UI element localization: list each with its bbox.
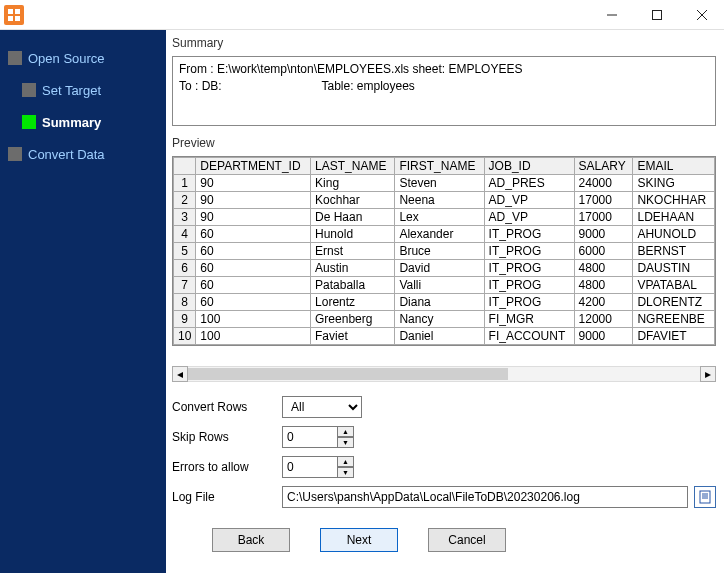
table-cell: IT_PROG	[484, 277, 574, 294]
svg-rect-1	[15, 9, 20, 14]
browse-log-button[interactable]	[694, 486, 716, 508]
spin-down-icon[interactable]: ▼	[338, 467, 354, 478]
skip-rows-label: Skip Rows	[172, 430, 282, 444]
convert-rows-select[interactable]: All	[282, 396, 362, 418]
table-cell: AD_VP	[484, 209, 574, 226]
row-number: 3	[174, 209, 196, 226]
step-bullet-icon	[22, 115, 36, 129]
table-cell: Bruce	[395, 243, 484, 260]
summary-heading: Summary	[172, 36, 716, 50]
sidebar: Open Source Set Target Summary Convert D…	[0, 30, 166, 573]
svg-rect-5	[652, 10, 661, 19]
table-cell: NKOCHHAR	[633, 192, 715, 209]
preview-heading: Preview	[172, 136, 716, 150]
table-cell: Austin	[311, 260, 395, 277]
sidebar-item-set-target[interactable]: Set Target	[22, 76, 166, 104]
table-cell: Nancy	[395, 311, 484, 328]
summary-to: To : DB: Table: employees	[179, 78, 709, 95]
table-cell: AD_PRES	[484, 175, 574, 192]
spin-up-icon[interactable]: ▲	[338, 426, 354, 437]
column-header: EMAIL	[633, 158, 715, 175]
sidebar-item-summary[interactable]: Summary	[22, 108, 166, 136]
table-cell: Kochhar	[311, 192, 395, 209]
row-number: 7	[174, 277, 196, 294]
table-cell: David	[395, 260, 484, 277]
row-number: 2	[174, 192, 196, 209]
row-number: 4	[174, 226, 196, 243]
table-row[interactable]: 660AustinDavidIT_PROG4800DAUSTIN	[174, 260, 715, 277]
table-cell: IT_PROG	[484, 294, 574, 311]
table-row[interactable]: 460HunoldAlexanderIT_PROG9000AHUNOLD	[174, 226, 715, 243]
cancel-button[interactable]: Cancel	[428, 528, 506, 552]
table-cell: SKING	[633, 175, 715, 192]
table-cell: FI_MGR	[484, 311, 574, 328]
table-cell: 100	[196, 328, 311, 345]
table-cell: 24000	[574, 175, 633, 192]
table-cell: Daniel	[395, 328, 484, 345]
table-cell: 6000	[574, 243, 633, 260]
maximize-button[interactable]	[634, 0, 679, 30]
table-cell: 60	[196, 277, 311, 294]
sidebar-item-open-source[interactable]: Open Source	[8, 44, 166, 72]
table-cell: IT_PROG	[484, 260, 574, 277]
column-header: DEPARTMENT_ID	[196, 158, 311, 175]
row-number: 10	[174, 328, 196, 345]
table-cell: 90	[196, 192, 311, 209]
next-button[interactable]: Next	[320, 528, 398, 552]
table-row[interactable]: 760PataballaValliIT_PROG4800VPATABAL	[174, 277, 715, 294]
column-header: LAST_NAME	[311, 158, 395, 175]
row-number: 1	[174, 175, 196, 192]
table-cell: DAUSTIN	[633, 260, 715, 277]
scroll-right-icon[interactable]: ▸	[700, 366, 716, 382]
table-row[interactable]: 860LorentzDianaIT_PROG4200DLORENTZ	[174, 294, 715, 311]
scroll-track[interactable]	[188, 366, 700, 382]
main-panel: Summary From : E:\work\temp\nton\EMPLOYE…	[166, 30, 724, 573]
table-row[interactable]: 390De HaanLexAD_VP17000LDEHAAN	[174, 209, 715, 226]
table-cell: NGREENBE	[633, 311, 715, 328]
table-cell: DFAVIET	[633, 328, 715, 345]
scroll-thumb[interactable]	[188, 368, 508, 380]
close-button[interactable]	[679, 0, 724, 30]
table-cell: 4800	[574, 277, 633, 294]
table-cell: IT_PROG	[484, 226, 574, 243]
log-file-input[interactable]	[282, 486, 688, 508]
table-cell: Diana	[395, 294, 484, 311]
column-header: SALARY	[574, 158, 633, 175]
minimize-button[interactable]	[589, 0, 634, 30]
table-cell: FI_ACCOUNT	[484, 328, 574, 345]
back-button[interactable]: Back	[212, 528, 290, 552]
svg-rect-8	[700, 491, 710, 503]
table-cell: King	[311, 175, 395, 192]
column-header: JOB_ID	[484, 158, 574, 175]
table-row[interactable]: 9100GreenbergNancyFI_MGR12000NGREENBE	[174, 311, 715, 328]
spin-down-icon[interactable]: ▼	[338, 437, 354, 448]
scroll-left-icon[interactable]: ◂	[172, 366, 188, 382]
svg-rect-0	[8, 9, 13, 14]
table-cell: 4800	[574, 260, 633, 277]
table-cell: AD_VP	[484, 192, 574, 209]
table-cell: AHUNOLD	[633, 226, 715, 243]
sidebar-item-label: Convert Data	[28, 147, 105, 162]
column-header: FIRST_NAME	[395, 158, 484, 175]
table-cell: De Haan	[311, 209, 395, 226]
step-bullet-icon	[8, 147, 22, 161]
table-row[interactable]: 560ErnstBruceIT_PROG6000BERNST	[174, 243, 715, 260]
horizontal-scrollbar[interactable]: ◂ ▸	[172, 366, 716, 382]
errors-allow-input[interactable]	[282, 456, 338, 478]
svg-rect-3	[15, 16, 20, 21]
table-row[interactable]: 190KingStevenAD_PRES24000SKING	[174, 175, 715, 192]
row-number: 6	[174, 260, 196, 277]
table-cell: VPATABAL	[633, 277, 715, 294]
sidebar-item-label: Open Source	[28, 51, 105, 66]
spin-up-icon[interactable]: ▲	[338, 456, 354, 467]
errors-allow-label: Errors to allow	[172, 460, 282, 474]
table-cell: IT_PROG	[484, 243, 574, 260]
skip-rows-input[interactable]	[282, 426, 338, 448]
convert-rows-label: Convert Rows	[172, 400, 282, 414]
table-cell: Hunold	[311, 226, 395, 243]
table-cell: 100	[196, 311, 311, 328]
table-cell: Pataballa	[311, 277, 395, 294]
table-row[interactable]: 290KochharNeenaAD_VP17000NKOCHHAR	[174, 192, 715, 209]
sidebar-item-convert-data[interactable]: Convert Data	[8, 140, 166, 168]
table-row[interactable]: 10100FavietDanielFI_ACCOUNT9000DFAVIET	[174, 328, 715, 345]
